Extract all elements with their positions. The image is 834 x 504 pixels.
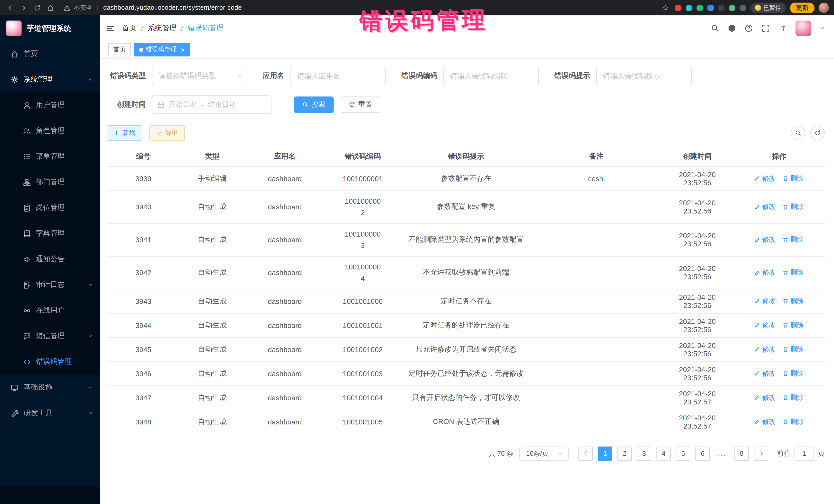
delete-link[interactable]: 删除 xyxy=(783,345,804,354)
browser-home-icon[interactable] xyxy=(45,3,56,13)
error-type-select[interactable]: 请选择错误码类型 xyxy=(152,67,247,85)
svg-text:t: t xyxy=(778,27,780,31)
breadcrumb-item[interactable]: 首页 xyxy=(122,24,136,33)
sidebar-item-notice[interactable]: 通知公告 xyxy=(0,246,100,272)
home-icon xyxy=(10,50,19,58)
page-size-select[interactable]: 10条/页 xyxy=(520,446,569,461)
pagination-ellipsis[interactable]: ... xyxy=(715,446,729,461)
delete-link[interactable]: 删除 xyxy=(783,297,804,306)
edit-link[interactable]: 修改 xyxy=(754,417,775,426)
font-size-icon[interactable]: tT xyxy=(778,24,787,32)
user-avatar[interactable] xyxy=(795,21,811,36)
sidebar-item-dept[interactable]: 部门管理 xyxy=(0,169,100,195)
tab-错误码管理[interactable]: 错误码管理× xyxy=(134,43,190,56)
browser-profile-avatar[interactable] xyxy=(819,3,829,13)
browser-back-icon[interactable] xyxy=(5,3,15,13)
page-button-8[interactable]: 8 xyxy=(734,446,749,461)
edit-link[interactable]: 修改 xyxy=(754,235,775,244)
extension-icon[interactable] xyxy=(696,4,703,11)
next-page-button[interactable] xyxy=(754,446,768,461)
browser-update-button[interactable]: 更新 xyxy=(790,2,814,13)
goto-page-input[interactable] xyxy=(794,446,814,461)
sidebar-item-post[interactable]: 岗位管理 xyxy=(0,195,100,221)
browser-forward-icon[interactable] xyxy=(19,3,29,13)
extension-icon[interactable] xyxy=(728,4,735,11)
fullscreen-icon[interactable] xyxy=(762,24,770,32)
chevron-down-icon[interactable] xyxy=(820,26,825,31)
sidebar-item-dict[interactable]: 字典管理 xyxy=(0,221,100,246)
online-icon xyxy=(23,307,31,314)
extension-icon[interactable] xyxy=(675,4,681,11)
edit-link[interactable]: 修改 xyxy=(754,369,775,378)
address-bar[interactable]: 不安全 | dashboard.yudao.iocoder.cn/system/… xyxy=(64,3,242,12)
sidebar-menu: 首页系统管理用户管理角色管理菜单管理部门管理岗位管理字典管理通知公告审计日志在线… xyxy=(0,41,100,486)
search-button[interactable]: 搜索 xyxy=(294,96,334,113)
edit-link[interactable]: 修改 xyxy=(754,174,775,183)
sidebar-item-devtool[interactable]: 研发工具 xyxy=(0,400,100,426)
chevron-down-icon xyxy=(88,282,93,287)
error-code-input[interactable] xyxy=(443,67,539,85)
tab-首页[interactable]: 首页 xyxy=(108,43,131,56)
browser-reload-icon[interactable] xyxy=(32,3,42,13)
page-button-2[interactable]: 2 xyxy=(617,446,632,461)
edit-link[interactable]: 修改 xyxy=(754,297,775,306)
edit-link[interactable]: 修改 xyxy=(754,321,775,330)
toggle-search-button[interactable] xyxy=(791,126,805,140)
page-content: 错误码类型 请选择错误码类型 应用名 错误码编码 xyxy=(100,59,834,504)
sidebar-item-role[interactable]: 角色管理 xyxy=(0,118,100,144)
app-logo[interactable]: 芋道管理系统 xyxy=(0,15,100,41)
refresh-icon xyxy=(349,102,355,108)
delete-link[interactable]: 删除 xyxy=(783,235,804,244)
sidebar-item-error-code[interactable]: 错误码管理 xyxy=(0,349,100,375)
page-button-1[interactable]: 1 xyxy=(598,446,612,461)
delete-link[interactable]: 删除 xyxy=(783,268,804,277)
sidebar-item-system[interactable]: 系统管理 xyxy=(0,67,100,92)
sidebar-toggle-button[interactable] xyxy=(106,24,115,32)
sidebar-item-audit-log[interactable]: 审计日志 xyxy=(0,272,100,298)
cell-actions: 修改删除 xyxy=(734,256,825,289)
sidebar-item-home[interactable]: 首页 xyxy=(0,41,100,67)
create-time-range-picker[interactable]: 开始日期 - 结束日期 xyxy=(152,95,271,114)
page-button-6[interactable]: 6 xyxy=(696,446,710,461)
cell-remark xyxy=(532,223,661,256)
refresh-table-button[interactable] xyxy=(810,126,825,140)
sidebar-item-sms[interactable]: 短信管理 xyxy=(0,323,100,349)
delete-link[interactable]: 删除 xyxy=(783,202,804,212)
error-hint-input[interactable] xyxy=(596,67,692,85)
extension-icon[interactable] xyxy=(739,4,746,11)
help-icon[interactable] xyxy=(745,24,753,32)
extension-icon[interactable] xyxy=(718,4,724,11)
app-name-input[interactable] xyxy=(290,67,386,85)
sidebar-item-online-user[interactable]: 在线用户 xyxy=(0,298,100,323)
edit-link[interactable]: 修改 xyxy=(754,202,775,212)
add-button[interactable]: 新增 xyxy=(107,125,142,140)
delete-link[interactable]: 删除 xyxy=(783,369,804,378)
close-icon[interactable]: × xyxy=(181,46,185,53)
delete-link[interactable]: 删除 xyxy=(783,321,804,330)
breadcrumb-item[interactable]: 系统管理 xyxy=(148,24,177,33)
sidebar-item-user[interactable]: 用户管理 xyxy=(0,92,100,118)
reset-button[interactable]: 重置 xyxy=(341,96,380,113)
github-icon[interactable] xyxy=(728,24,736,32)
sidebar-item-infra[interactable]: 基础设施 xyxy=(0,375,100,400)
edit-link[interactable]: 修改 xyxy=(754,345,775,354)
delete-link[interactable]: 删除 xyxy=(783,393,804,402)
edit-link[interactable]: 修改 xyxy=(754,393,775,402)
prev-page-button[interactable] xyxy=(578,446,593,461)
paused-badge[interactable]: 已暂停 xyxy=(750,2,786,13)
page-button-3[interactable]: 3 xyxy=(637,446,651,461)
table-row: 3939手动编辑dashboard1001000001参数配置不存在ceshi2… xyxy=(107,166,825,191)
edit-link[interactable]: 修改 xyxy=(754,268,775,277)
cell-hint: 不能删除类型为系统内置的参数配置 xyxy=(400,223,532,256)
search-icon[interactable] xyxy=(711,24,719,32)
delete-link[interactable]: 删除 xyxy=(783,174,804,183)
delete-link[interactable]: 删除 xyxy=(783,417,804,426)
extension-icon[interactable] xyxy=(707,4,714,11)
sidebar-item-menu[interactable]: 菜单管理 xyxy=(0,144,100,169)
page-button-4[interactable]: 4 xyxy=(656,446,671,461)
extension-icon[interactable] xyxy=(685,4,692,11)
export-button[interactable]: 导出 xyxy=(149,125,185,140)
page-button-5[interactable]: 5 xyxy=(676,446,690,461)
bookmark-star-icon[interactable] xyxy=(660,3,671,13)
devtool-icon xyxy=(10,409,19,417)
